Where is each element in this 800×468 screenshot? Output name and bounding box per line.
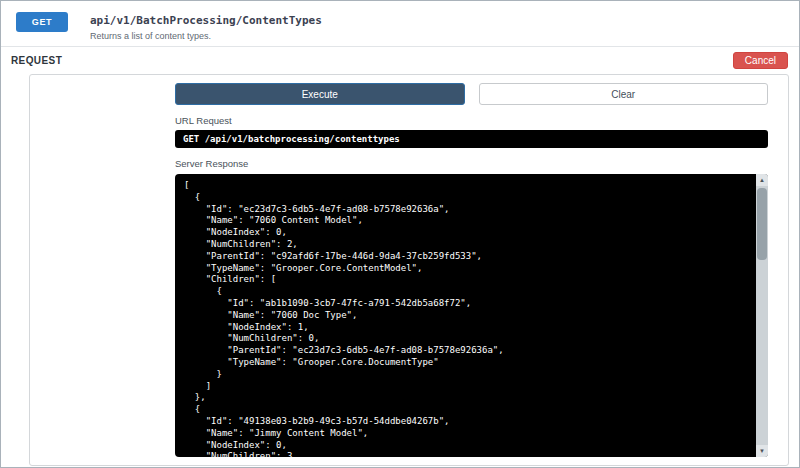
server-response-label: Server Response xyxy=(175,158,768,169)
execute-button[interactable]: Execute xyxy=(175,83,465,105)
scroll-down-icon[interactable]: ▼ xyxy=(756,445,768,457)
get-method-badge[interactable]: GET xyxy=(16,12,68,32)
console-scrollbar[interactable]: ▲ ▼ xyxy=(756,174,768,457)
server-response-console: [ { "Id": "ec23d7c3-6db5-4e7f-ad08-b7578… xyxy=(175,174,768,457)
endpoint-info: api/v1/BatchProcessing/ContentTypes Retu… xyxy=(90,12,322,41)
endpoint-path: api/v1/BatchProcessing/ContentTypes xyxy=(90,14,322,27)
clear-button[interactable]: Clear xyxy=(479,83,769,105)
request-panel-content: Execute Clear URL Request GET /api/v1/ba… xyxy=(175,75,768,465)
cancel-button[interactable]: Cancel xyxy=(733,52,788,69)
api-endpoint-page: GET api/v1/BatchProcessing/ContentTypes … xyxy=(0,0,800,468)
server-response-body: [ { "Id": "ec23d7c3-6db5-4e7f-ad08-b7578… xyxy=(175,174,768,457)
request-section-label: REQUEST xyxy=(11,55,62,66)
url-request-label: URL Request xyxy=(175,115,768,126)
scroll-up-icon[interactable]: ▲ xyxy=(756,174,768,186)
request-bar: REQUEST Cancel xyxy=(1,47,799,72)
endpoint-header: GET api/v1/BatchProcessing/ContentTypes … xyxy=(1,1,799,46)
endpoint-description: Returns a list of content types. xyxy=(90,31,322,41)
action-row: Execute Clear xyxy=(175,83,768,105)
request-panel: Execute Clear URL Request GET /api/v1/ba… xyxy=(29,74,789,466)
scrollbar-thumb[interactable] xyxy=(757,188,767,260)
url-request-value: GET /api/v1/batchprocessing/contenttypes xyxy=(175,130,768,148)
